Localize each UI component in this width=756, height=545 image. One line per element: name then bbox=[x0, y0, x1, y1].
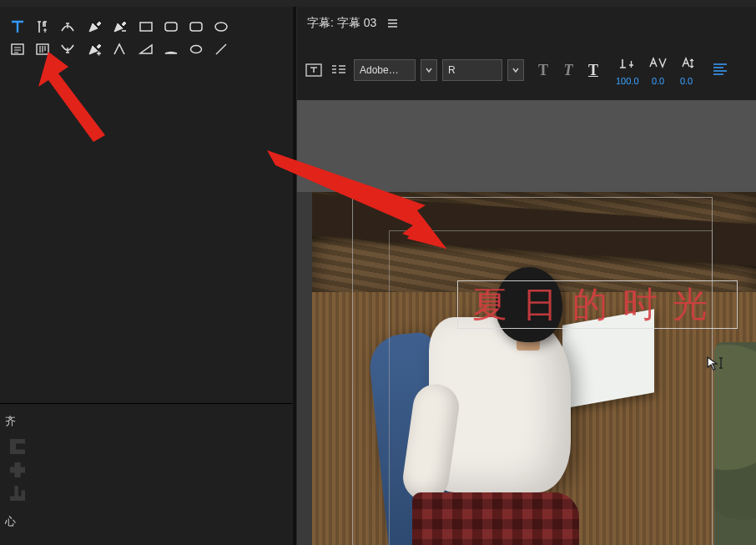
align-bottom-icon[interactable] bbox=[10, 486, 25, 501]
paragraph-icon[interactable] bbox=[329, 60, 349, 80]
svg-point-4 bbox=[215, 23, 227, 31]
kerning-value: 0.0 bbox=[652, 76, 664, 86]
type-tool-icon[interactable] bbox=[7, 17, 28, 37]
font-weight-select[interactable]: R bbox=[442, 59, 502, 81]
tool-groups bbox=[0, 7, 292, 69]
pen-tool-icon[interactable] bbox=[83, 17, 105, 37]
vertical-type-tool-icon[interactable] bbox=[32, 17, 53, 37]
font-size-value: 100.0 bbox=[616, 76, 639, 86]
path-type-vertical-icon[interactable] bbox=[57, 39, 78, 59]
svg-point-5 bbox=[191, 46, 202, 53]
rounded-rect-tool-icon[interactable] bbox=[160, 17, 182, 37]
italic-icon[interactable]: T bbox=[559, 62, 577, 79]
font-family-value: Adobe… bbox=[360, 64, 399, 76]
align-section-label: 齐 bbox=[5, 414, 287, 429]
align-panel: 齐 心 bbox=[0, 404, 292, 545]
rectangle-tool-icon[interactable] bbox=[135, 17, 157, 37]
font-weight-dropdown-icon[interactable] bbox=[507, 59, 524, 81]
title-designer-panel: 字幕: 字幕 03 Adobe… R T T T bbox=[297, 7, 756, 545]
center-section-label: 心 bbox=[5, 514, 287, 529]
title-style-icon[interactable] bbox=[304, 60, 324, 80]
text-cursor-icon bbox=[706, 356, 724, 371]
align-icons bbox=[5, 439, 287, 501]
circle-tool-icon[interactable] bbox=[185, 39, 207, 59]
paragraph-align-icon[interactable] bbox=[711, 60, 729, 80]
underline-icon[interactable]: T bbox=[584, 62, 602, 79]
properties-bar: Adobe… R T T T 100.0 0.0 bbox=[297, 40, 756, 100]
tab-bar: 字幕: 字幕 03 bbox=[297, 7, 756, 40]
align-center-h-icon[interactable] bbox=[10, 462, 25, 477]
leading-value: 0.0 bbox=[680, 76, 693, 86]
align-left-icon[interactable] bbox=[10, 439, 25, 454]
bold-icon[interactable]: T bbox=[534, 62, 552, 79]
font-size-field[interactable]: 100.0 bbox=[616, 54, 639, 86]
vertical-area-type-tool-icon[interactable] bbox=[32, 39, 53, 59]
panel-menu-icon[interactable] bbox=[388, 19, 397, 28]
menubar-strip bbox=[0, 0, 756, 7]
svg-rect-3 bbox=[165, 23, 177, 31]
line-tool-icon[interactable] bbox=[210, 39, 232, 59]
video-preview: 夏日的时光 bbox=[312, 192, 756, 545]
area-type-tool-icon[interactable] bbox=[7, 39, 28, 59]
pen-minus-tool-icon[interactable] bbox=[108, 17, 130, 37]
leading-field[interactable]: 0.0 bbox=[678, 54, 696, 86]
font-family-dropdown-icon[interactable] bbox=[421, 59, 437, 81]
panel-title: 字幕: 字幕 03 bbox=[307, 16, 376, 31]
svg-rect-2 bbox=[140, 23, 152, 31]
wedge-tool-icon[interactable] bbox=[135, 39, 157, 59]
font-weight-value: R bbox=[448, 64, 456, 76]
canvas-area[interactable]: 夏日的时光 bbox=[297, 100, 756, 545]
clipped-rect-tool-icon[interactable] bbox=[185, 17, 207, 37]
arc-tool-icon[interactable] bbox=[160, 39, 182, 59]
kerning-field[interactable]: 0.0 bbox=[648, 54, 669, 86]
ellipse-tool-icon[interactable] bbox=[210, 17, 232, 37]
font-family-select[interactable]: Adobe… bbox=[354, 59, 416, 81]
canvas-background bbox=[297, 100, 756, 192]
convert-anchor-tool-icon[interactable] bbox=[108, 39, 130, 59]
tools-panel: 齐 心 bbox=[0, 7, 292, 545]
path-type-tool-icon[interactable] bbox=[57, 17, 78, 37]
pen-plus-tool-icon[interactable] bbox=[83, 39, 105, 59]
